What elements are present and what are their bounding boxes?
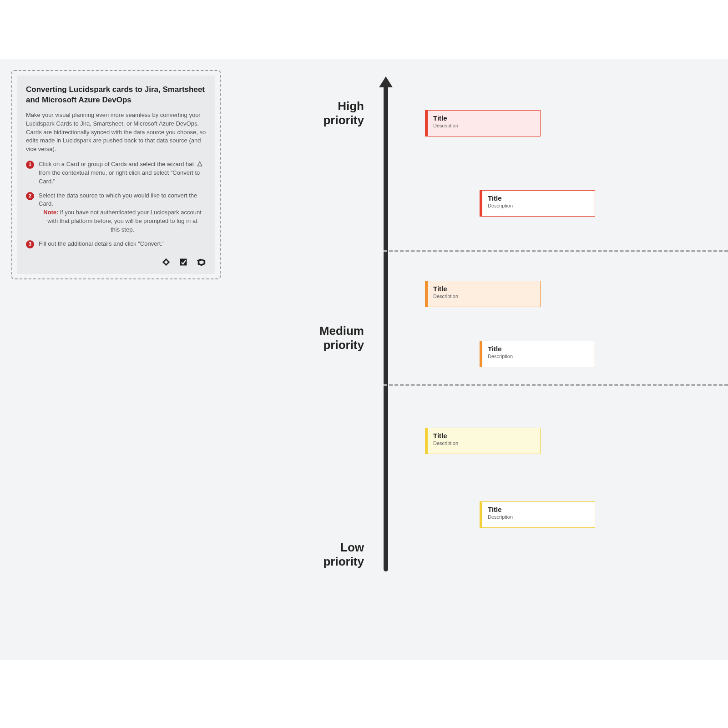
- card-medium-1[interactable]: Title Description: [425, 281, 541, 307]
- card-desc: Description: [488, 514, 589, 520]
- step-1-text: Click on a Card or group of Cards and se…: [39, 160, 206, 186]
- integration-icons: [26, 254, 206, 267]
- card-desc: Description: [488, 203, 589, 208]
- azure-devops-icon: [196, 258, 206, 267]
- step-3-text: Fill out the additional details and clic…: [39, 240, 206, 248]
- step-3-badge: 3: [26, 240, 34, 248]
- card-title: Title: [433, 285, 535, 293]
- divider-high-medium: [384, 250, 728, 252]
- wizard-hat-icon: [197, 161, 203, 167]
- instruction-panel-frame: Converting Lucidspark cards to Jira, Sma…: [11, 70, 221, 279]
- medium-priority-label: Mediumpriority: [273, 324, 364, 352]
- step-1: 1 Click on a Card or group of Cards and …: [26, 160, 206, 186]
- card-title: Title: [488, 194, 589, 202]
- step-2-text: Select the data source to which you woul…: [39, 192, 197, 207]
- diagram-canvas[interactable]: Converting Lucidspark cards to Jira, Sma…: [0, 59, 728, 660]
- card-low-2[interactable]: Title Description: [480, 501, 595, 528]
- card-title: Title: [433, 432, 535, 440]
- smartsheet-icon: [179, 258, 188, 267]
- step-2: 2 Select the data source to which you wo…: [26, 192, 206, 234]
- high-priority-label: Highpriority: [282, 99, 364, 127]
- panel-title: Converting Lucidspark cards to Jira, Sma…: [26, 85, 206, 106]
- card-title: Title: [488, 506, 589, 513]
- card-desc: Description: [433, 293, 535, 299]
- card-high-1[interactable]: Title Description: [425, 110, 541, 136]
- step-2-badge: 2: [26, 192, 34, 200]
- step-3: 3 Fill out the additional details and cl…: [26, 240, 206, 248]
- card-title: Title: [433, 114, 535, 122]
- low-priority-label: Lowpriority: [264, 541, 364, 569]
- jira-icon: [162, 258, 171, 267]
- card-high-2[interactable]: Title Description: [480, 190, 595, 217]
- card-medium-2[interactable]: Title Description: [480, 341, 595, 367]
- step-2-note: Note: if you have not authenticated your…: [39, 208, 206, 234]
- card-desc: Description: [488, 354, 589, 359]
- step-1-badge: 1: [26, 161, 34, 169]
- card-desc: Description: [433, 123, 535, 128]
- svg-rect-0: [180, 258, 187, 265]
- divider-medium-low: [384, 384, 728, 386]
- panel-intro: Make your visual planning even more seam…: [26, 111, 206, 154]
- card-low-1[interactable]: Title Description: [425, 428, 541, 454]
- instruction-panel: Converting Lucidspark cards to Jira, Sma…: [17, 76, 215, 274]
- card-desc: Description: [433, 440, 535, 446]
- priority-axis: [384, 82, 388, 571]
- card-title: Title: [488, 345, 589, 353]
